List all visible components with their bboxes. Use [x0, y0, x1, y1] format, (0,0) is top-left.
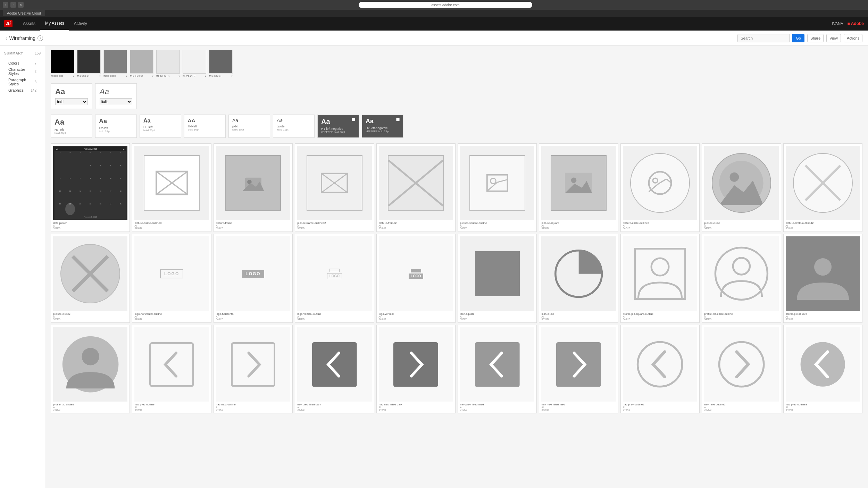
color-swatch-black[interactable]: #000000▾ [51, 50, 74, 78]
graphic-logo-v[interactable]: LOGO logo-vertical AI 346KB [376, 234, 456, 322]
para-style-h2[interactable]: Aa H2-left bold 28pt [95, 115, 137, 138]
graphics-count: 142 [31, 89, 36, 92]
para-h1neg-name: H1-left-negative [321, 127, 355, 131]
content-area: #000000▾ #333333▾ #808080▾ #B3B3B3▾ #E6E… [45, 46, 868, 488]
color-b3b[interactable] [130, 50, 153, 74]
para-h3-name: H3-left [143, 125, 177, 129]
color-333[interactable] [77, 50, 101, 74]
graphic-square[interactable]: picture-square AI 340KB [539, 143, 618, 232]
char-style-bold-select[interactable]: bold [55, 98, 88, 105]
color-swatch-666[interactable]: #666666▾ [209, 50, 233, 78]
graphic-name-circle: picture-circle [704, 221, 778, 225]
svg-rect-44 [556, 342, 601, 387]
graphic-nav-next-outline[interactable]: nav-next-outline AI 340KB [214, 325, 293, 413]
graphic-circle2[interactable]: picture-circle2 AI 339KB [51, 234, 130, 322]
graphic-circle[interactable]: picture-circle AI 341KB [702, 143, 781, 232]
para-styles-label: Paragraph Styles [8, 78, 34, 86]
color-black[interactable] [51, 50, 74, 74]
nav-activity[interactable]: Activity [69, 17, 92, 31]
svg-rect-40 [232, 343, 274, 386]
view-button[interactable]: View [826, 34, 841, 42]
graphic-nav-prev-dark[interactable]: nav-prev-filled-dark AI 340KB [295, 325, 374, 413]
graphic-logo-v-outline[interactable]: LOGO logo-vertical-outline AI 347KB [295, 234, 374, 322]
nav-assets[interactable]: Assets [18, 17, 40, 31]
color-swatch-808[interactable]: #808080▾ [103, 50, 127, 78]
color-f2f[interactable] [183, 50, 206, 74]
para-ptxt-name: p-txt [232, 125, 266, 128]
url-bar[interactable]: assets.adobe.com [359, 2, 532, 8]
sidebar-item-graphics[interactable]: Graphics 142 [4, 87, 41, 93]
graphic-nav-prev-med[interactable]: nav-prev-filled-med AI 340KB [458, 325, 537, 413]
graphic-profile-sq[interactable]: profile-pic-square AI 369KB [783, 234, 862, 322]
forward-button[interactable]: › [10, 2, 16, 8]
graphic-logo-h-outline[interactable]: LOGO logo-horizontal-outline AI 346KB [132, 234, 211, 322]
refresh-button[interactable]: ↻ [18, 2, 24, 8]
app-tab[interactable]: Adobe Creative Cloud [3, 10, 45, 16]
graphic-nav-next-dark[interactable]: nav-next-filled-dark AI 340KB [376, 325, 456, 413]
sidebar-item-char-styles[interactable]: Character Styles 2 [4, 66, 41, 77]
svg-point-32 [651, 258, 669, 276]
para-h2neg-preview: Aa [366, 118, 374, 125]
para-style-h1-neg[interactable]: Aa H1-left-negative #FFFFFF bold 36pt [317, 115, 359, 138]
graphic-profile-circ-filled[interactable]: profile-pic-circle2 AI 341KB [51, 325, 130, 413]
svg-rect-43 [475, 342, 520, 387]
graphic-icon-circ[interactable]: icon-circle AI 361KB [539, 234, 618, 322]
nav-my-assets[interactable]: My Assets [40, 17, 69, 31]
graphic-logo-h[interactable]: LOGO logo-horizontal AI 345KB [214, 234, 293, 322]
page-header: ‹ Wireframing i Go Share View Actions [0, 31, 868, 46]
graphic-nav-next-circ-outline[interactable]: nav-next-outline2 AI 340KB [702, 325, 781, 413]
graphic-square-outline[interactable]: picture-square-outline AI 349KB [458, 143, 537, 232]
actions-button[interactable]: Actions [844, 34, 862, 42]
graphic-nav-prev-outline[interactable]: nav-prev-outline AI 340KB [132, 325, 211, 413]
color-808[interactable] [103, 50, 127, 74]
app-header: Ai Assets My Assets Activity IVANA ■ Ado… [0, 17, 868, 31]
go-button[interactable]: Go [792, 34, 804, 42]
colors-label: Colors [8, 61, 19, 65]
color-333-label: #333333 [77, 74, 99, 78]
para-style-h3[interactable]: Aa H3-left bold 20pt [140, 115, 181, 138]
para-h1neg-checkbox[interactable] [352, 118, 355, 121]
para-style-h4[interactable]: AA H4-left bold 16pt [184, 115, 226, 138]
para-style-h1[interactable]: Aa H1-left bold 36pt [51, 115, 92, 138]
color-e6e[interactable] [156, 50, 180, 74]
graphic-frame[interactable]: picture-frame AI 339KB [214, 143, 293, 232]
graphic-nav-prev-circ-filled[interactable]: nav-prev-outline3 AI 340KB [783, 325, 862, 413]
back-button[interactable]: ‹ [3, 2, 8, 8]
adobe-icon: ■ Adobe [848, 21, 864, 26]
graphic-profile-sq-outline[interactable]: profile-pic-square-outline AI 340KB [620, 234, 700, 322]
graphic-nav-next-med[interactable]: nav-next-filled-med AI 340KB [539, 325, 618, 413]
graphic-frame2[interactable]: picture-frame2 AI 338KB [376, 143, 456, 232]
color-666[interactable] [209, 50, 233, 74]
info-icon[interactable]: i [37, 35, 43, 41]
graphic-profile-circ-outline[interactable]: profile-pic-circle-outline AI 341KB [702, 234, 781, 322]
char-style-italic-select[interactable]: italic [100, 98, 132, 105]
app-logo: Ai [4, 20, 12, 27]
graphic-frame-outlined2[interactable]: picture-frame-outlined2 AI 339KB [295, 143, 374, 232]
para-ptxt-preview: Aa [232, 118, 266, 123]
graphic-circle-outlined[interactable]: picture-circle-outlined AI 342KB [620, 143, 700, 232]
back-arrow[interactable]: ‹ [6, 35, 7, 41]
search-input[interactable] [737, 34, 790, 42]
para-h3-preview: Aa [143, 118, 177, 124]
char-style-italic[interactable]: Aa italic [95, 83, 137, 109]
color-swatch-333[interactable]: #333333▾ [77, 50, 101, 78]
color-swatch-e6e[interactable]: #E6E6E6▾ [156, 50, 180, 78]
para-style-h2-neg[interactable]: Aa H2-left-negative #FFFFFF bold 28pt [362, 115, 403, 138]
sidebar-item-colors[interactable]: Colors 7 [4, 60, 41, 66]
graphic-date-picker[interactable]: ◀February 2019▶ SMTWTFS 1234 567891011 1… [51, 143, 130, 232]
color-swatch-b3b[interactable]: #B3B3B3▾ [130, 50, 153, 78]
char-styles-label: Character Styles [8, 67, 34, 76]
graphics-label: Graphics [8, 88, 24, 92]
graphic-icon-sq[interactable]: icon-square AI 353KB [458, 234, 537, 322]
share-button[interactable]: Share [807, 34, 824, 42]
graphic-frame-outlined[interactable]: picture-frame-outlined AI 340KB [132, 143, 211, 232]
para-h1-preview: Aa [55, 118, 89, 127]
graphic-circle-outlined2[interactable]: picture-circle-outlined2 AI 338KB [783, 143, 862, 232]
color-swatch-f2f[interactable]: #F2F2F2▾ [183, 50, 206, 78]
graphic-nav-prev-circ-outline[interactable]: nav-prev-outline2 AI 340KB [620, 325, 700, 413]
para-style-quote[interactable]: Aa quote italic 15pt [273, 115, 315, 138]
char-style-bold[interactable]: Aa bold [51, 83, 92, 109]
para-h2neg-checkbox[interactable] [396, 118, 400, 121]
sidebar-item-para-styles[interactable]: Paragraph Styles 8 [4, 77, 41, 87]
para-style-ptxt[interactable]: Aa p-txt italic 15pt [228, 115, 270, 138]
